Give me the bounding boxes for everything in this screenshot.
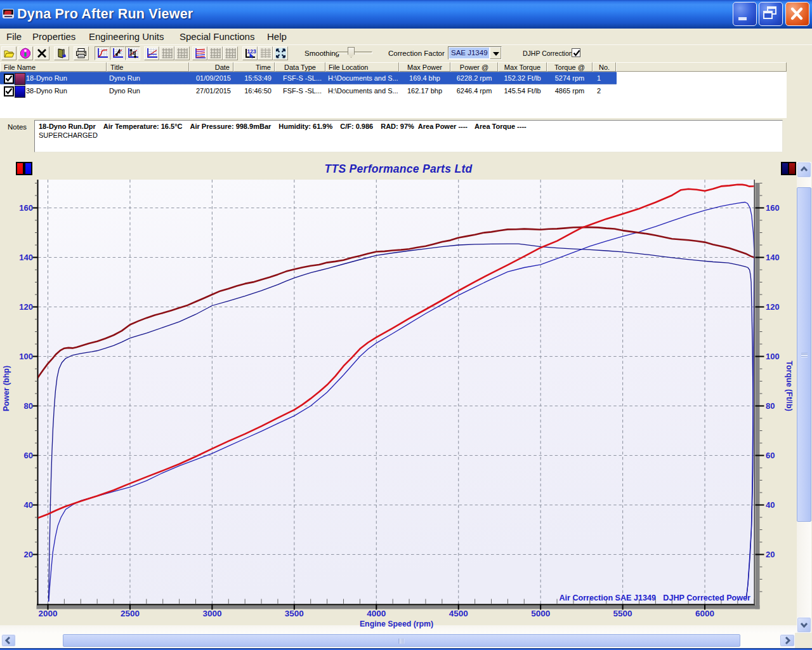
- svg-text:2000: 2000: [38, 609, 57, 618]
- svg-text:60: 60: [24, 451, 33, 460]
- svg-text:160: 160: [766, 203, 780, 213]
- svg-text:DJHP Corrected Power: DJHP Corrected Power: [663, 594, 750, 602]
- svg-text:40: 40: [24, 500, 33, 510]
- svg-text:Torque (Ft/lb): Torque (Ft/lb): [785, 361, 794, 411]
- svg-text:120: 120: [766, 302, 780, 312]
- svg-text:5500: 5500: [613, 609, 632, 618]
- svg-text:3000: 3000: [202, 609, 221, 618]
- svg-text:1: 1: [118, 49, 121, 55]
- svg-text:160: 160: [19, 203, 33, 213]
- svg-text:4000: 4000: [367, 609, 386, 618]
- svg-text:Power (bhp): Power (bhp): [2, 366, 11, 411]
- svg-text:3500: 3500: [285, 609, 304, 618]
- svg-text:Air Correction SAE J1349: Air Correction SAE J1349: [559, 594, 656, 602]
- svg-text:100: 100: [19, 352, 33, 361]
- svg-text:80: 80: [24, 401, 33, 411]
- svg-text:5000: 5000: [531, 609, 550, 618]
- svg-text:20: 20: [24, 550, 33, 559]
- svg-text:4500: 4500: [449, 609, 468, 618]
- svg-text:1: 1: [132, 50, 135, 56]
- svg-text:2500: 2500: [121, 609, 140, 618]
- svg-text:123: 123: [247, 48, 256, 55]
- svg-text:120: 120: [19, 302, 33, 312]
- svg-text:6000: 6000: [695, 609, 714, 618]
- svg-text:140: 140: [19, 253, 33, 262]
- svg-text:Engine Speed (rpm): Engine Speed (rpm): [360, 620, 433, 628]
- svg-text:140: 140: [766, 253, 780, 262]
- svg-text:80: 80: [766, 401, 775, 411]
- svg-text:100: 100: [766, 352, 780, 361]
- svg-text:40: 40: [766, 500, 775, 510]
- svg-text:60: 60: [766, 451, 775, 460]
- svg-text:20: 20: [766, 550, 775, 559]
